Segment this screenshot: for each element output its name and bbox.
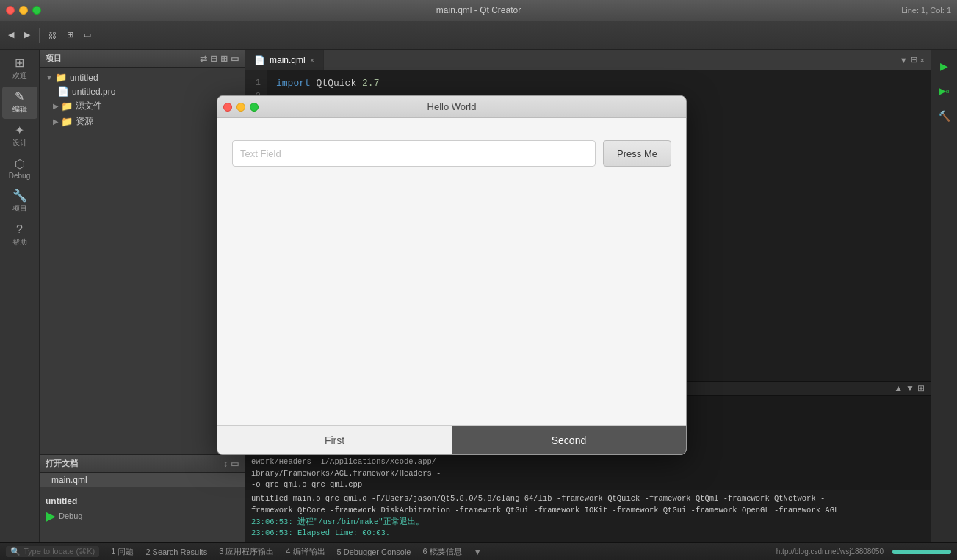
- status-app-output[interactable]: 3 应用程序输出: [219, 546, 274, 557]
- hw-top-row: Text Field Press Me: [232, 140, 671, 167]
- back-button[interactable]: ◀: [4, 28, 18, 42]
- add-button[interactable]: ⊞: [63, 28, 77, 42]
- add-files-button[interactable]: ⊞: [220, 54, 228, 64]
- sidebar-item-help[interactable]: ? 帮助: [2, 219, 37, 252]
- search-icon: 🔍: [10, 547, 21, 556]
- tree-item-untitled-pro[interactable]: 📄 untitled.pro: [40, 84, 245, 98]
- tab-close-all-btn[interactable]: ×: [920, 56, 925, 65]
- hw-press-button-label: Press Me: [617, 148, 657, 159]
- forward-button[interactable]: ▶: [21, 28, 34, 42]
- panel-header-actions: ⇄ ⊟ ⊞ ▭: [200, 54, 239, 64]
- file-panel-header: 项目 ⇄ ⊟ ⊞ ▭: [40, 50, 245, 68]
- status-right: http://blog.csdn.net/wsj18808050: [776, 548, 951, 556]
- tab-close-button[interactable]: ×: [310, 56, 314, 65]
- status-bar: 🔍 Type to locate (⌘K) 1 问题 2 Search Resu…: [0, 542, 957, 560]
- tree-item-untitled-folder[interactable]: ▼ 📁 untitled: [40, 70, 245, 84]
- search-bar: 🔍 Type to locate (⌘K): [6, 546, 99, 557]
- hw-spacer: [232, 181, 671, 425]
- open-docs-panel: 打开文档 ↕ ▭ main.qml untitled ▶ Debug: [40, 454, 245, 542]
- welcome-icon: ⊞: [15, 57, 24, 69]
- hw-min-button[interactable]: [236, 103, 245, 112]
- tree-arrow-sources: ▶: [53, 102, 59, 110]
- status-debugger[interactable]: 5 Debugger Console: [337, 548, 411, 556]
- hw-content: Text Field Press Me: [217, 118, 686, 425]
- tree-item-label-sources: 源文件: [76, 100, 102, 112]
- file-panel-title: 项目: [46, 53, 62, 64]
- build-line-1: untitled main.o qrc_qml.o -F/Users/jason…: [251, 493, 925, 505]
- sources-folder-icon: 📁: [61, 101, 73, 112]
- build-button[interactable]: 🔨: [934, 106, 955, 126]
- status-overview[interactable]: 6 概要信息: [422, 546, 461, 557]
- sidebar-item-edit[interactable]: ✎ 编辑: [2, 87, 37, 119]
- toolbar: ◀ ▶ ⛓ ⊞ ▭: [0, 21, 957, 50]
- sidebar-item-project[interactable]: 🔧 项目: [2, 186, 37, 218]
- maximize-button[interactable]: [32, 6, 41, 15]
- pro-file-icon: 📄: [57, 86, 69, 97]
- debug-run-button[interactable]: ▶d: [934, 81, 955, 101]
- tab-split-btn[interactable]: ⊞: [911, 55, 917, 65]
- toolbar-separator-1: [39, 28, 40, 43]
- design-icon: ✦: [15, 125, 24, 137]
- hw-tab-first[interactable]: First: [217, 426, 452, 454]
- hw-press-button[interactable]: Press Me: [603, 140, 671, 167]
- tree-item-resources[interactable]: ▶ 📁 资源: [40, 114, 245, 129]
- run-button[interactable]: ▶: [934, 56, 955, 76]
- hw-title-bar: Hello World: [217, 96, 686, 118]
- window-title: main.qml - Qt Creator: [436, 5, 521, 15]
- run-button-left[interactable]: ▶: [46, 508, 56, 524]
- compile-line-7: ibrary/Frameworks/AGL.framework/Headers …: [251, 468, 925, 480]
- sidebar-item-design[interactable]: ✦ 设计: [2, 120, 37, 153]
- status-search[interactable]: 2 Search Results: [145, 548, 207, 556]
- help-icon: ?: [16, 224, 23, 236]
- editor-tab-bar: 📄 main.qml × ▼ ⊞ ×: [245, 50, 931, 70]
- minimize-button[interactable]: [19, 6, 28, 15]
- status-build-output[interactable]: 4 编译输出: [286, 546, 325, 557]
- hw-text-field[interactable]: Text Field: [232, 140, 596, 167]
- tree-item-label-resources: 资源: [76, 115, 93, 128]
- resources-folder-icon: 📁: [61, 116, 73, 127]
- output-scroll-up[interactable]: ▲: [894, 383, 903, 393]
- status-issues[interactable]: 1 问题: [111, 546, 134, 557]
- close-panel-button[interactable]: ▭: [231, 54, 239, 64]
- blog-url: http://blog.csdn.net/wsj18808050: [776, 548, 884, 556]
- search-placeholder[interactable]: Type to locate (⌘K): [24, 547, 95, 556]
- hw-close-button[interactable]: [223, 103, 232, 112]
- close-tab-button[interactable]: ▭: [80, 28, 95, 42]
- link-button[interactable]: ⛓: [45, 29, 60, 42]
- editor-tab-actions: ▼ ⊞ ×: [894, 50, 931, 70]
- sync-button[interactable]: ⇄: [200, 54, 207, 64]
- hw-window-title: Hello World: [427, 101, 477, 112]
- title-bar: main.qml - Qt Creator Line: 1, Col: 1: [0, 0, 957, 21]
- folder-icon: 📁: [55, 72, 67, 83]
- editor-tab-main-qml[interactable]: 📄 main.qml ×: [245, 50, 324, 70]
- editor-tab-label: main.qml: [270, 55, 306, 65]
- project-icon: 🔧: [12, 190, 27, 202]
- hw-tab-second-label: Second: [552, 434, 586, 446]
- qml-file-icon: 📄: [254, 55, 265, 65]
- line-col-info: Line: 1, Col: 1: [901, 6, 951, 15]
- open-doc-label: main.qml: [51, 475, 87, 485]
- compile-line-6: ework/Headers -I/Applications/Xcode.app/: [251, 457, 925, 468]
- open-docs-action-1[interactable]: ↕: [223, 459, 228, 469]
- tree-arrow-resources: ▶: [53, 117, 59, 126]
- close-button[interactable]: [6, 6, 15, 15]
- hw-tab-second[interactable]: Second: [452, 426, 686, 454]
- output-scroll-down[interactable]: ▼: [906, 383, 914, 393]
- sidebar-item-welcome[interactable]: ⊞ 欢迎: [2, 53, 37, 85]
- open-docs-action-2[interactable]: ▭: [231, 459, 239, 469]
- sidebar-item-debug[interactable]: ⬡ Debug: [2, 154, 37, 184]
- success-line-2: 23:06:53: Elapsed time: 00:03.: [251, 528, 925, 539]
- open-doc-main-qml[interactable]: main.qml: [40, 473, 245, 487]
- traffic-lights: [6, 6, 41, 15]
- filter-button[interactable]: ⊟: [210, 54, 217, 64]
- build-line-2: framework QtCore -framework DiskArbitrat…: [251, 505, 925, 517]
- tree-arrow-untitled: ▼: [46, 73, 53, 81]
- output-expand-btn[interactable]: ⊞: [917, 383, 925, 393]
- project-config-label: Debug: [59, 512, 82, 520]
- hw-max-button[interactable]: [250, 103, 259, 112]
- success-line-1: 23:06:53: 进程"/usr/bin/make"正常退出。: [251, 517, 925, 528]
- open-docs-actions: ↕ ▭: [223, 459, 239, 469]
- tab-dropdown-btn[interactable]: ▼: [900, 56, 908, 65]
- status-dropdown[interactable]: ▼: [474, 548, 482, 556]
- tree-item-sources[interactable]: ▶ 📁 源文件: [40, 98, 245, 114]
